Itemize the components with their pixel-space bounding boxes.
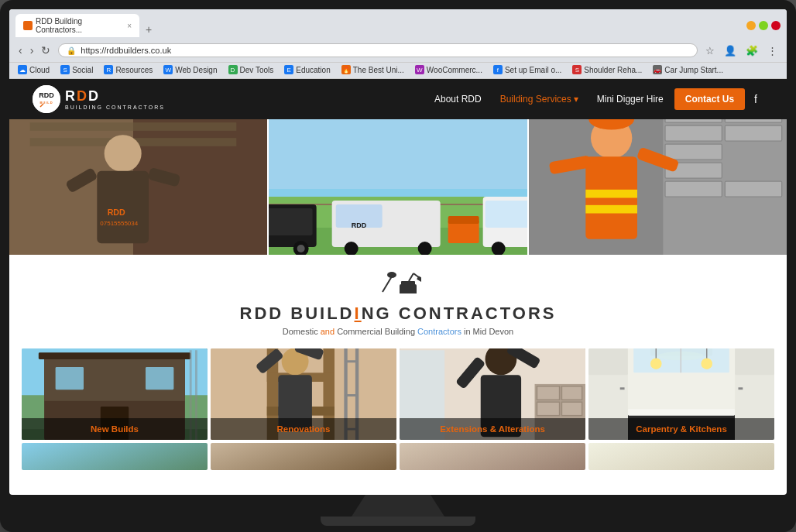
strip-preview-1 <box>22 443 208 470</box>
company-name: RDD BUILDING CONTRACTORS <box>33 304 763 324</box>
browser-chrome: RDD Building Contractors... × + ‹ › ↻ <box>9 9 787 79</box>
address-bar[interactable]: 🔒 https://rddbuilders.co.uk <box>58 43 698 57</box>
svg-rect-109 <box>620 387 625 390</box>
hero-image-vehicles: RDD <box>269 119 527 255</box>
active-tab[interactable]: RDD Building Contractors... × <box>15 14 139 37</box>
hero-image-bricklayer <box>529 119 787 255</box>
forward-button[interactable]: › <box>27 43 37 58</box>
bookmark-icon: S <box>572 65 582 74</box>
svg-text:RDD: RDD <box>39 91 54 99</box>
svg-text:RDD: RDD <box>108 208 125 217</box>
facebook-icon[interactable]: f <box>748 88 763 110</box>
card-overlay: Renovations <box>211 418 396 440</box>
svg-rect-97 <box>561 386 582 400</box>
svg-rect-42 <box>725 125 781 141</box>
svg-text:07515555034: 07515555034 <box>100 220 138 227</box>
svg-rect-40 <box>725 119 781 122</box>
bookmark-social[interactable]: S Social <box>58 64 95 75</box>
bookmark-icon: E <box>284 65 293 74</box>
svg-text:BUILD: BUILD <box>39 101 53 105</box>
bookmark-woocommerce[interactable]: W WooCommerc... <box>413 64 485 75</box>
profile-button[interactable]: 👤 <box>721 43 739 58</box>
bookmark-carjump[interactable]: 🚗 Car Jump Start... <box>650 64 726 75</box>
bookmark-icon: S <box>60 65 70 74</box>
bookmark-label: The Best Uni... <box>353 66 404 74</box>
service-cards: New Builds <box>9 348 787 440</box>
strip-preview-4 <box>588 443 774 470</box>
svg-rect-43 <box>665 144 722 160</box>
bookmark-label: Social <box>72 66 93 74</box>
maximize-button[interactable] <box>759 21 768 30</box>
svg-point-25 <box>297 245 305 252</box>
bookmark-label: Education <box>296 66 330 74</box>
svg-rect-46 <box>725 181 781 197</box>
nav-digger[interactable]: Mini Digger Hire <box>589 89 671 109</box>
bookmark-label: Resources <box>115 66 153 74</box>
site-nav: About RDD Building Services ▾ Mini Digge… <box>427 88 763 110</box>
svg-rect-45 <box>665 181 722 197</box>
bookmark-icon: W <box>163 65 173 74</box>
bookmarks-bar: ☁ Cloud S Social R Resources W Web Desig… <box>9 62 787 78</box>
bookmark-icon: ☁ <box>18 65 27 74</box>
hero-image-worker: RDD 07515555034 <box>9 119 267 255</box>
card-overlay: New Builds <box>22 418 208 440</box>
bookmark-bestuni[interactable]: 🔥 The Best Uni... <box>339 64 407 75</box>
extensions-button[interactable]: 🧩 <box>743 43 761 58</box>
tab-title: RDD Building Contractors... <box>36 17 121 34</box>
svg-point-114 <box>650 358 662 369</box>
browser-titlebar: RDD Building Contractors... × + <box>9 9 787 40</box>
bookmark-shoulder[interactable]: S Shoulder Reha... <box>570 64 644 75</box>
back-button[interactable]: ‹ <box>15 43 26 58</box>
svg-point-116 <box>701 358 712 369</box>
monitor: RDD Building Contractors... × + ‹ › ↻ <box>0 0 796 532</box>
bookmark-resources[interactable]: R Resources <box>101 64 155 75</box>
monitor-stand <box>352 495 444 517</box>
bookmark-devtools[interactable]: D Dev Tools <box>226 64 276 75</box>
bookmark-label: Shoulder Reha... <box>584 66 642 74</box>
service-card-renovations[interactable]: Renovations <box>211 348 396 440</box>
new-tab-button[interactable]: + <box>141 22 156 37</box>
menu-button[interactable]: ⋮ <box>764 43 781 58</box>
monitor-screen: RDD Building Contractors... × + ‹ › ↻ <box>9 9 787 495</box>
svg-rect-48 <box>585 156 637 239</box>
svg-rect-99 <box>561 402 582 415</box>
security-lock-icon: 🔒 <box>67 46 76 55</box>
service-card-new-builds[interactable]: New Builds <box>22 348 208 440</box>
logo-text: RDD BUILDING CONTRACTORS <box>65 88 165 110</box>
tab-close-button[interactable]: × <box>127 22 132 30</box>
nav-services[interactable]: Building Services ▾ <box>492 89 586 109</box>
strip-preview-2 <box>211 443 396 470</box>
logo-subtitle: BUILDING CONTRACTORS <box>65 105 165 110</box>
nav-about[interactable]: About RDD <box>427 89 489 109</box>
bookmark-email[interactable]: f Set up Email o... <box>491 64 564 75</box>
service-label-extensions: Extensions & Alterations <box>404 424 581 434</box>
svg-rect-41 <box>665 125 722 141</box>
svg-rect-21 <box>269 208 313 235</box>
nav-buttons: ‹ › ↻ <box>15 43 53 58</box>
nav-contact[interactable]: Contact Us <box>674 88 745 110</box>
hero-strip: RDD 07515555034 <box>9 119 787 255</box>
bookmark-label: Dev Tools <box>240 66 274 74</box>
reload-button[interactable]: ↻ <box>38 43 53 58</box>
browser-toolbar: ‹ › ↻ 🔒 https://rddbuilders.co.uk ☆ 👤 🧩 … <box>9 40 787 62</box>
service-card-carpentry[interactable]: Carpentry & Kitchens <box>588 348 774 440</box>
bookmark-cloud[interactable]: ☁ Cloud <box>15 64 52 75</box>
minimize-button[interactable] <box>746 21 756 30</box>
close-button[interactable] <box>771 21 781 30</box>
svg-rect-32 <box>448 216 479 224</box>
service-card-extensions[interactable]: Extensions & Alterations <box>400 348 585 440</box>
svg-point-9 <box>105 135 142 172</box>
svg-text:RDD: RDD <box>352 221 367 229</box>
bookmark-webdesign[interactable]: W Web Design <box>161 64 219 75</box>
svg-rect-98 <box>537 402 559 415</box>
bookmark-education[interactable]: E Education <box>282 64 332 75</box>
svg-rect-50 <box>585 205 637 214</box>
card-overlay: Carpentry & Kitchens <box>588 418 774 440</box>
bookmark-icon: R <box>104 65 113 74</box>
svg-rect-71 <box>39 352 190 359</box>
site-logo: RDD BUILD RDD BUILDING CONTRACTORS <box>33 85 165 113</box>
svg-rect-34 <box>485 201 527 228</box>
bookmark-button[interactable]: ☆ <box>702 43 718 58</box>
url-display: https://rddbuilders.co.uk <box>81 46 171 55</box>
svg-point-55 <box>387 272 396 278</box>
